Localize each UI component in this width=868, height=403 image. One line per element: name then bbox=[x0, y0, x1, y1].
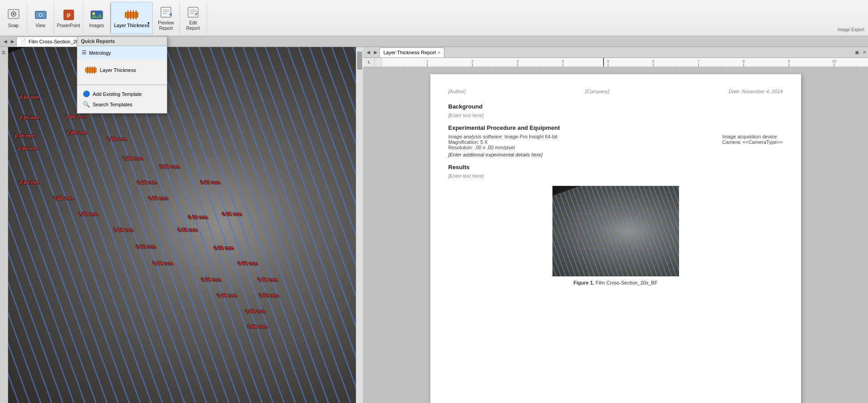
meas-label-28: 0.66 mm bbox=[245, 308, 265, 314]
exp-details: Image analysis software: Image-Pro Insig… bbox=[448, 134, 783, 150]
view-label: View bbox=[36, 23, 46, 28]
meas-label-18: 0.66 mm bbox=[113, 227, 133, 232]
metrology-icon: ☰ bbox=[82, 50, 86, 56]
preview-report-button[interactable]: PreviewReport bbox=[153, 2, 180, 34]
search-templates-item[interactable]: 🔍 Search Templates bbox=[77, 99, 167, 109]
exp-mag-value: 5 X bbox=[480, 139, 488, 145]
layer-thickness-button[interactable]: Layer Thickness ▼ bbox=[111, 2, 152, 34]
meas-label-12: 0.66 mm bbox=[200, 180, 220, 185]
image-export-group-label: Image Export bbox=[834, 26, 868, 34]
meas-label-10: 0.66 mm bbox=[19, 180, 39, 185]
meas-label-9: 0.66 mm bbox=[160, 164, 179, 169]
meas-label-24: 0.66 mm bbox=[201, 277, 221, 282]
report-figure-caption: Figure 1. Film Cross-Section_20x_BF bbox=[574, 280, 658, 285]
exp-right-column: Image acquisition device: Camera: <<Came… bbox=[722, 134, 783, 150]
svg-rect-19 bbox=[161, 7, 171, 17]
exp-device-label: Image acquisition device: bbox=[722, 134, 778, 139]
main-content: M 0.65 mm 0.65 mm 0.65 mm 0.65 mm 0.66 m… bbox=[0, 47, 868, 403]
svg-point-5 bbox=[40, 14, 42, 16]
snap-button[interactable]: Snap bbox=[0, 2, 27, 34]
report-content[interactable]: [Author] [Company] Date: November 4, 201… bbox=[363, 67, 868, 403]
images-icon bbox=[90, 8, 104, 22]
report-close-btn[interactable]: ✕ bbox=[861, 50, 868, 55]
powerpoint-button[interactable]: P PowerPoint bbox=[54, 2, 83, 34]
image-panel: 0.65 mm 0.65 mm 0.65 mm 0.65 mm 0.66 mm … bbox=[8, 47, 363, 403]
exp-software: Image analysis software: Image-Pro Insig… bbox=[448, 134, 558, 139]
metrology-label: Metrology bbox=[89, 50, 111, 56]
exp-mag-label: Magnification: bbox=[448, 139, 479, 145]
layer-thickness-menu-label: Layer Thickness bbox=[100, 67, 136, 73]
layer-thickness-report-tab[interactable]: Layer Thickness Report × bbox=[379, 47, 444, 57]
svg-text:6: 6 bbox=[652, 59, 655, 63]
images-label: Images bbox=[89, 23, 104, 28]
layer-thickness-menu-item[interactable]: Layer Thickness bbox=[77, 61, 167, 79]
meas-label-11: 0.66 mm bbox=[137, 180, 157, 185]
tab-nav-right[interactable]: ▶ bbox=[9, 39, 16, 44]
toolbar: Snap View P PowerPoint bbox=[0, 0, 868, 36]
report-author: [Author] bbox=[448, 89, 466, 94]
meas-label-26: 0.66 mm bbox=[217, 293, 237, 298]
meas-label-23: 0.66 mm bbox=[238, 261, 258, 266]
popup-divider bbox=[77, 85, 167, 85]
report-header: [Author] [Company] Date: November 4, 201… bbox=[448, 89, 783, 94]
meas-label-21: 0.66 mm bbox=[214, 245, 234, 251]
meas-label-8: 0.66 mm bbox=[123, 156, 143, 161]
svg-text:8: 8 bbox=[743, 59, 745, 63]
preview-icon bbox=[159, 5, 173, 19]
meas-label-6: 0.68 mm bbox=[67, 130, 87, 135]
report-image-measurements bbox=[578, 213, 654, 249]
search-templates-label: Search Templates bbox=[93, 102, 132, 107]
edit-report-button[interactable]: EditReport bbox=[180, 2, 207, 34]
popup-menu-header: Quick Reports bbox=[77, 37, 167, 46]
report-image-container: Figure 1. Film Cross-Section_20x_BF bbox=[448, 186, 783, 285]
exp-software-value: Image-Pro Insight 64-bit bbox=[505, 134, 557, 139]
report-company: [Company] bbox=[585, 89, 609, 94]
background-title: Background bbox=[448, 103, 783, 110]
meas-label-4: 0.65 mm bbox=[18, 146, 38, 151]
tab-nav-left[interactable]: ◀ bbox=[2, 39, 9, 44]
ruler-label: L bbox=[364, 58, 375, 66]
ruler: L 1 2 3 4 5 bbox=[363, 58, 868, 67]
scrollbar-thumb bbox=[357, 52, 362, 70]
report-date: Date: November 4, 2014 bbox=[729, 89, 783, 94]
background-placeholder: [Enter text here] bbox=[448, 113, 783, 118]
template-options: 🔵 Add Existing Template 🔍 Search Templat… bbox=[77, 87, 167, 113]
report-page: [Author] [Company] Date: November 4, 201… bbox=[430, 74, 801, 403]
ruler-margin bbox=[375, 58, 382, 66]
svg-text:7: 7 bbox=[698, 59, 700, 63]
exp-device: Image acquisition device: bbox=[722, 134, 783, 139]
exp-left-column: Image analysis software: Image-Pro Insig… bbox=[448, 134, 558, 150]
report-expand-btn[interactable]: ▣ bbox=[853, 50, 861, 55]
meas-label-5: 0.66 mm bbox=[66, 114, 86, 119]
exp-resolution: Resolution: .00 x .00 mm/pixel bbox=[448, 145, 558, 150]
report-tab-label: Layer Thickness Report bbox=[383, 50, 436, 55]
svg-text:P: P bbox=[67, 13, 71, 19]
edit-report-label: EditReport bbox=[186, 20, 200, 31]
svg-text:5: 5 bbox=[607, 59, 609, 63]
exp-res-label: Resolution: bbox=[448, 145, 473, 150]
svg-text:4: 4 bbox=[562, 59, 564, 63]
meas-label-22: 0.66 mm bbox=[153, 261, 173, 266]
meas-label-25: 0.66 mm bbox=[258, 277, 278, 282]
meas-label-1: 0.65 mm bbox=[19, 95, 39, 100]
view-button[interactable]: View bbox=[27, 2, 54, 34]
report-tab-close[interactable]: × bbox=[438, 50, 440, 55]
powerpoint-label: PowerPoint bbox=[57, 23, 80, 28]
results-placeholder: [Enter text here] bbox=[448, 173, 783, 179]
tab-icon: 📄 bbox=[20, 38, 27, 44]
images-button[interactable]: Images bbox=[83, 2, 110, 34]
add-template-icon: 🔵 bbox=[83, 90, 90, 97]
ruler-ticks: 1 2 3 4 5 6 7 8 9 bbox=[382, 58, 867, 66]
layer-thickness-icon bbox=[124, 8, 139, 22]
report-nav-right[interactable]: ▶ bbox=[372, 50, 379, 55]
exp-software-label: Image analysis software: bbox=[448, 134, 503, 139]
add-existing-template-item[interactable]: 🔵 Add Existing Template bbox=[77, 89, 167, 99]
layer-thickness-label: Layer Thickness bbox=[114, 23, 149, 28]
meas-label-13: 0.66 mm bbox=[53, 195, 73, 201]
metrology-menu-item[interactable]: ☰ Metrology bbox=[77, 46, 167, 59]
edit-icon bbox=[186, 5, 200, 19]
svg-point-2 bbox=[13, 13, 14, 15]
image-scrollbar[interactable] bbox=[356, 47, 363, 403]
search-templates-icon: 🔍 bbox=[83, 101, 90, 108]
report-nav-left[interactable]: ◀ bbox=[365, 50, 372, 55]
